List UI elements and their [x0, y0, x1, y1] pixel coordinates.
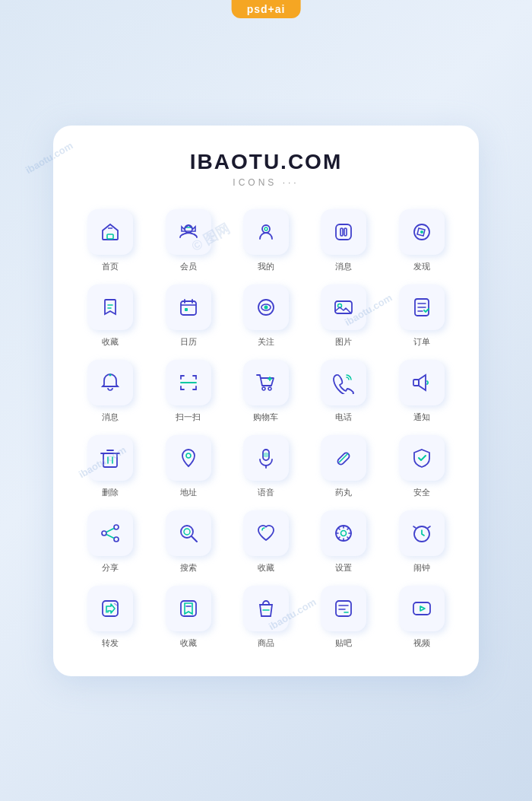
icon-box-address[interactable]: [166, 435, 211, 481]
icon-box-phone[interactable]: [321, 360, 366, 405]
icon-item-collect: 收藏: [74, 284, 146, 348]
svg-point-20: [268, 387, 271, 390]
icon-item-forward: 转发: [74, 586, 146, 649]
svg-point-33: [102, 531, 106, 536]
icon-box-post[interactable]: [321, 586, 366, 631]
svg-line-35: [106, 534, 114, 538]
icon-item-video: 视频: [386, 586, 458, 649]
icon-box-home[interactable]: [87, 209, 133, 255]
svg-rect-28: [263, 453, 269, 457]
icon-label-share: 分享: [102, 562, 119, 574]
svg-point-32: [114, 537, 119, 542]
icon-label-bell: 消息: [102, 412, 119, 423]
icon-box-follow[interactable]: [243, 284, 289, 330]
icon-box-photo[interactable]: [321, 284, 366, 330]
icon-box-order[interactable]: [399, 284, 445, 330]
svg-point-40: [341, 530, 347, 536]
icon-item-bell: 消息: [74, 360, 146, 423]
icon-label-video: 视频: [413, 637, 430, 649]
icon-box-message[interactable]: [321, 209, 366, 255]
icons-grid: 首页 会员: [74, 209, 458, 649]
svg-rect-42: [103, 601, 118, 616]
site-title: IBAOTU.COM: [74, 150, 458, 174]
icon-box-notify[interactable]: [399, 360, 445, 405]
icon-box-collect[interactable]: [87, 284, 133, 330]
svg-rect-0: [107, 234, 113, 239]
icon-label-settings: 设置: [335, 562, 352, 574]
icon-box-goods[interactable]: [243, 586, 289, 631]
svg-line-34: [106, 528, 114, 532]
icon-box-search[interactable]: [166, 510, 211, 556]
icon-box-cart[interactable]: [243, 360, 289, 405]
icon-label-security: 安全: [413, 487, 430, 498]
icon-label-alarm: 闹钟: [413, 562, 430, 574]
icon-item-post: 贴吧: [308, 586, 379, 649]
icon-item-mine: 我的: [230, 209, 302, 272]
svg-point-25: [186, 453, 191, 458]
icon-item-message: 消息: [308, 209, 379, 272]
icon-box-alarm[interactable]: [399, 510, 445, 556]
icon-box-delete[interactable]: [87, 435, 133, 481]
icon-item-security: 安全: [386, 435, 458, 498]
icon-label-address: 地址: [180, 487, 197, 498]
icon-label-collect: 收藏: [102, 336, 119, 348]
svg-rect-21: [413, 380, 419, 386]
icon-label-voice: 语音: [258, 487, 274, 498]
icon-box-scan[interactable]: [166, 360, 211, 405]
svg-rect-10: [185, 308, 188, 311]
svg-point-3: [264, 227, 268, 230]
icon-item-alarm: 闹钟: [386, 510, 458, 574]
icon-label-photo: 图片: [335, 336, 352, 348]
icon-item-bookmark: 收藏: [152, 586, 223, 649]
svg-line-38: [192, 536, 197, 542]
icon-box-mine[interactable]: [243, 209, 289, 255]
icon-item-address: 地址: [152, 435, 223, 498]
icon-label-bookmark: 收藏: [180, 637, 197, 649]
icon-label-member: 会员: [180, 261, 197, 272]
icon-item-discover: 发现: [386, 209, 458, 272]
svg-point-37: [184, 529, 190, 535]
icon-box-video[interactable]: [399, 586, 445, 631]
icon-item-share: 分享: [74, 510, 146, 574]
icon-label-goods: 商品: [258, 637, 274, 649]
icon-label-post: 贴吧: [335, 637, 352, 649]
icon-item-member: 会员: [152, 209, 223, 272]
icon-box-bookmark[interactable]: [166, 586, 211, 631]
icon-box-bell[interactable]: [87, 360, 133, 405]
icon-box-calendar[interactable]: [166, 284, 211, 330]
icon-label-calendar: 日历: [180, 336, 197, 348]
icon-item-cart: 购物车: [230, 360, 302, 423]
icon-item-search: 搜索: [152, 510, 223, 574]
icon-item-notify: 通知: [386, 360, 458, 423]
icon-label-search: 搜索: [180, 562, 197, 574]
svg-point-17: [109, 373, 112, 376]
icon-box-voice[interactable]: [243, 435, 289, 481]
icon-label-phone: 电话: [335, 412, 352, 423]
icon-box-settings[interactable]: [321, 510, 366, 556]
icon-item-delete: 删除: [74, 435, 146, 498]
icon-label-message: 消息: [335, 261, 352, 272]
icon-item-settings: 设置: [308, 510, 379, 574]
icon-box-pill[interactable]: [321, 435, 366, 481]
svg-point-2: [262, 225, 270, 233]
icon-label-forward: 转发: [102, 637, 119, 649]
icon-box-forward[interactable]: [87, 586, 133, 631]
icon-box-share[interactable]: [87, 510, 133, 556]
icon-label-scan: 扫一扫: [176, 412, 201, 423]
icon-box-security[interactable]: [399, 435, 445, 481]
svg-point-19: [262, 387, 265, 390]
icon-box-member[interactable]: [166, 209, 211, 255]
icon-label-order: 订单: [413, 336, 430, 348]
icon-item-voice: 语音: [230, 435, 302, 498]
icon-label-home: 首页: [102, 261, 119, 272]
icon-box-favorite[interactable]: [243, 510, 289, 556]
icon-item-calendar: 日历: [152, 284, 223, 348]
icon-item-favorite: 收藏: [230, 510, 302, 574]
card-subtitle: ICONS ···: [74, 177, 458, 188]
icon-label-notify: 通知: [413, 412, 430, 423]
svg-rect-4: [336, 224, 351, 240]
format-badge: psd+ai: [232, 0, 301, 18]
icon-box-discover[interactable]: [399, 209, 445, 255]
svg-point-31: [114, 525, 119, 529]
icon-label-mine: 我的: [258, 261, 274, 272]
